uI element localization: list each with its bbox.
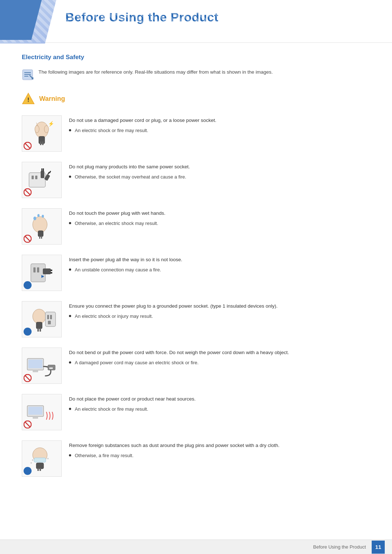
header-stripes	[0, 0, 392, 42]
svg-point-44	[33, 309, 46, 324]
svg-text:⚡: ⚡	[48, 121, 54, 127]
dot-symbol-8	[24, 467, 32, 475]
warning-item: Ensure you connect the power plug to a g…	[22, 301, 370, 337]
svg-rect-40	[43, 268, 51, 274]
item-image-6: ■■	[22, 348, 62, 384]
item-image-8	[22, 440, 62, 477]
svg-text:■■: ■■	[49, 366, 53, 370]
svg-line-63	[25, 422, 30, 427]
item-image-3	[22, 208, 62, 245]
svg-rect-42	[50, 272, 52, 274]
bullet-icon	[69, 315, 71, 317]
svg-rect-21	[41, 168, 42, 171]
svg-line-36	[25, 236, 30, 241]
svg-rect-47	[40, 328, 41, 332]
item-main-text-3: Do not touch the power plug with wet han…	[69, 210, 370, 217]
item-image-5	[22, 301, 62, 337]
warning-block: ! Warning	[22, 92, 370, 105]
svg-line-58	[25, 376, 30, 381]
svg-point-29	[33, 217, 36, 220]
note-box: The following images are for reference o…	[22, 67, 370, 82]
item-sub-text-1: An electric shock or fire may result.	[69, 127, 370, 134]
warning-item: Do not plug many products into the same …	[22, 162, 370, 198]
svg-rect-9	[40, 141, 41, 145]
svg-rect-65	[34, 458, 46, 462]
item-content-8: Remove foreign substances such as dust a…	[69, 440, 370, 459]
svg-point-12	[44, 126, 49, 133]
svg-rect-50	[50, 315, 52, 319]
item-content-4: Insert the power plug all the way in so …	[69, 255, 370, 274]
warning-item: Do not place the power cord or product n…	[22, 394, 370, 430]
no-symbol-7	[24, 420, 32, 428]
item-image-2	[22, 162, 62, 198]
warning-item: ■■ Do not bend or pull the power cord wi…	[22, 348, 370, 384]
dot-symbol-5	[24, 328, 32, 336]
item-image-7	[22, 394, 62, 430]
bullet-icon	[69, 176, 71, 178]
svg-rect-46	[37, 328, 39, 332]
item-main-text-2: Do not plug many products into the same …	[69, 163, 370, 171]
note-icon	[22, 69, 33, 81]
item-main-text-7: Do not place the power cord or product n…	[69, 395, 370, 403]
warning-item: Insert the power plug all the way in so …	[22, 255, 370, 291]
warning-item: ⚡ Do not use a damaged power cord or plu…	[22, 115, 370, 152]
bullet-icon	[69, 361, 71, 364]
footer-text: Before Using the Product	[313, 544, 366, 550]
bullet-icon	[69, 408, 71, 410]
svg-rect-61	[33, 416, 38, 419]
svg-point-30	[37, 214, 40, 217]
item-sub-text-7: An electric shock or fire may result.	[69, 406, 370, 413]
item-image-1: ⚡	[22, 115, 62, 152]
bullet-icon	[69, 129, 71, 131]
svg-rect-25	[49, 171, 51, 174]
svg-point-71	[30, 462, 32, 464]
svg-rect-33	[39, 236, 40, 239]
svg-rect-41	[50, 270, 52, 271]
svg-line-16	[25, 143, 30, 148]
svg-rect-38	[33, 267, 36, 272]
item-main-text-4: Insert the power plug all the way in so …	[69, 256, 370, 263]
dot-symbol-4	[24, 281, 32, 289]
svg-line-27	[25, 190, 30, 195]
bullet-icon	[69, 268, 71, 271]
svg-point-31	[42, 215, 44, 218]
page-footer: Before Using the Product 11	[0, 539, 392, 554]
warning-item: Remove foreign substances such as dust a…	[22, 440, 370, 477]
svg-rect-67	[37, 468, 39, 471]
page-number: 11	[372, 541, 385, 554]
svg-rect-66	[36, 463, 44, 469]
section-heading: Electricity and Safety	[22, 54, 370, 61]
item-sub-text-4: An unstable connection may cause a fire.	[69, 266, 370, 274]
item-content-5: Ensure you connect the power plug to a g…	[69, 301, 370, 320]
no-symbol-1	[24, 142, 32, 150]
bullet-icon	[69, 454, 71, 456]
svg-rect-34	[41, 236, 42, 239]
item-main-text-8: Remove foreign substances such as dust a…	[69, 442, 370, 449]
svg-rect-18	[32, 176, 34, 179]
warning-item: Do not touch the power plug with wet han…	[22, 208, 370, 245]
svg-rect-49	[47, 315, 49, 319]
item-main-text-5: Ensure you connect the power plug to a g…	[69, 303, 370, 310]
page-header: Before Using the Product	[0, 0, 392, 43]
svg-rect-45	[36, 322, 42, 329]
svg-rect-10	[42, 141, 44, 145]
svg-rect-32	[38, 231, 43, 237]
main-content: Electricity and Safety The following ima…	[0, 54, 392, 509]
no-symbol-2	[24, 188, 32, 196]
svg-rect-19	[35, 176, 37, 179]
item-sub-text-5: An electric shock or injury may result.	[69, 313, 370, 320]
svg-rect-68	[40, 468, 41, 471]
svg-rect-51	[48, 321, 51, 324]
item-sub-text-6: A damaged power cord may cause an electr…	[69, 359, 370, 366]
svg-rect-53	[28, 360, 42, 368]
svg-text:!: !	[27, 97, 29, 103]
item-sub-text-3: Otherwise, an electric shock may result.	[69, 220, 370, 227]
item-content-1: Do not use a damaged power cord or plug,…	[69, 115, 370, 134]
item-content-6: Do not bend or pull the power cord with …	[69, 348, 370, 366]
svg-point-11	[35, 126, 39, 133]
svg-rect-20	[41, 171, 44, 178]
no-symbol-3	[24, 235, 32, 243]
svg-point-70	[47, 458, 49, 459]
item-sub-text-8: Otherwise, a fire may result.	[69, 452, 370, 459]
svg-rect-60	[28, 407, 42, 415]
